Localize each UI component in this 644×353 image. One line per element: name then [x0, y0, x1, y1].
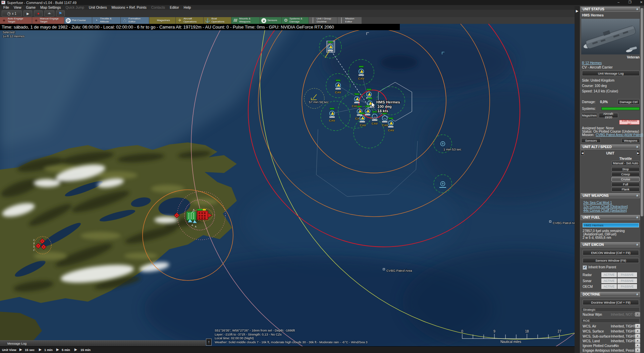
play-button[interactable]: ▶	[23, 10, 32, 16]
menu-unit-orders[interactable]: Unit Orders	[89, 5, 107, 9]
step-arrow-icon[interactable]: ▶	[56, 348, 59, 351]
tactical-map[interactable]: CAV CAV CAV CAV CAV CAV CAV CAV CAV	[0, 24, 575, 346]
unit-symbol-escort[interactable]	[441, 182, 445, 186]
svg-text:14 kts: 14 kts	[377, 109, 388, 113]
unit-symbol-escort[interactable]	[441, 142, 445, 146]
time-compression-button[interactable]: ◷ x 1	[2, 10, 22, 16]
menu-editor[interactable]: Editor	[170, 5, 179, 9]
roe-dropdown[interactable]: ▼	[635, 334, 640, 339]
throttle-creep-button[interactable]: Creep	[611, 172, 640, 176]
unit-message-log-button[interactable]: Unit Message Log	[582, 71, 640, 76]
status-weather: Weather: Solid middle clouds 7 - 16k ft,…	[215, 340, 368, 344]
toolbar-magazines[interactable]: Magazines	[149, 17, 175, 24]
toolbar-sensors[interactable]: ◕Sensors	[260, 17, 281, 24]
throttle-flank-button[interactable]: Flank	[611, 187, 640, 191]
roe-value: Inherited, TIGHT	[611, 324, 636, 328]
toolbar-plot-course[interactable]: ⟳Plot Course	[64, 17, 92, 24]
minimize-button[interactable]: –	[614, 0, 623, 5]
menu-missions-ref-points[interactable]: Missions + Ref. Points	[112, 5, 147, 9]
unit-next-button[interactable]: ►	[636, 150, 640, 156]
toolbar-unit-group-doctrine[interactable]: Unit / Group Doctrine	[309, 17, 337, 24]
toolbar-throttle-altitude[interactable]: ◔Throttle & Altitude	[92, 17, 120, 24]
aircraft-button[interactable]: Aircraft: 15/20	[599, 113, 618, 118]
magazines-button[interactable]: Magazines	[581, 113, 597, 118]
toolbar-manual-engage-target[interactable]: ⌖Manual Engage Target	[32, 17, 64, 24]
step-1min[interactable]: 1 min	[44, 348, 53, 352]
throttle-full-button[interactable]: Full	[611, 182, 640, 186]
emcon-sonar-label: Sonar	[583, 279, 592, 283]
status-position: S51°26'35", W56°27'26" - 16nm from sel -…	[215, 328, 368, 333]
edit-hosted-ac-button[interactable]: Edit hosted AC	[619, 120, 640, 125]
throttle-stop-button[interactable]: Stop	[611, 167, 640, 171]
systems-health-bar	[601, 107, 640, 110]
section-header-unit-status[interactable]: UNIT STATUS»	[581, 7, 640, 12]
sensors-window-button[interactable]: Sensors Window (F9)	[583, 258, 639, 263]
roe-dropdown[interactable]: ▼	[635, 339, 640, 343]
section-header-unit-emcon[interactable]: UNIT EMCON»	[581, 242, 640, 247]
throttle-manual-button[interactable]: Manual - Set Auto	[611, 161, 640, 165]
fuel-endurance: 2 w 5 d, 6565,6 nm	[583, 236, 611, 239]
roe-dropdown[interactable]: ▼	[635, 348, 640, 353]
doctrine-window-button[interactable]: Doctrine Window (Ctrl + F9)	[583, 300, 639, 305]
section-header-unit-fuel[interactable]: UNIT FUEL»	[581, 215, 640, 220]
toolbar-aircraft-operations[interactable]: ✈Aircraft Operations	[176, 17, 203, 24]
section-header-doctrine[interactable]: DOCTRINE»	[581, 292, 640, 297]
menu-view[interactable]: View	[14, 5, 21, 9]
roe-dropdown[interactable]: ▼	[635, 329, 640, 334]
section-header-unit-weapons[interactable]: UNIT WEAPONS»	[581, 193, 640, 198]
record-button[interactable]: ●	[34, 10, 43, 16]
message-log-bar[interactable]: Message Log	[0, 340, 206, 346]
step-arrow-icon[interactable]: ▶	[39, 348, 42, 351]
sidebar-scrollbar-thumb[interactable]	[641, 8, 643, 216]
roe-dropdown[interactable]: ▼	[635, 343, 640, 348]
step-5min[interactable]: 5 min	[62, 348, 70, 352]
radar-passive-button[interactable]: PASSIVE	[618, 272, 637, 277]
menu-help[interactable]: Help	[184, 5, 191, 9]
flag-button[interactable]: ⚑	[56, 10, 65, 16]
step-15min[interactable]: 15 min	[80, 348, 91, 352]
radar-active-button[interactable]: ACTIVE	[601, 272, 617, 277]
oecm-active-button[interactable]: ACTIVE	[601, 284, 617, 289]
step-arrow-icon[interactable]: ▶	[19, 348, 22, 351]
message-log-expand-button[interactable]: ↑	[206, 339, 212, 346]
inherit-parent-checkbox[interactable]: ✓	[583, 265, 587, 270]
sensors-button[interactable]: Sensors	[581, 138, 601, 143]
unit-db-link[interactable]: R 12 Hermes	[582, 61, 602, 65]
sonar-active-button[interactable]: ACTIVE	[601, 278, 617, 283]
sonar-passive-button[interactable]: PASSIVE	[618, 278, 637, 283]
nuclear-dropdown[interactable]: ▼	[635, 312, 640, 317]
sidebar-collapse-button[interactable]: ▶	[575, 8, 579, 14]
damage-ctrl-button[interactable]: Damage Ctrl	[618, 99, 640, 104]
stealth-aircraft-button[interactable]	[44, 10, 54, 16]
view-mode-label[interactable]: Unit View	[2, 348, 16, 352]
weapon-link[interactable]: 12x Corvus Chaff [Distraction]	[583, 205, 628, 209]
boat-label: A	[195, 225, 197, 228]
weapons-button[interactable]: Weapons	[622, 138, 640, 143]
weapon-link[interactable]: 44x Corvus Chaff [Seduction]	[583, 209, 627, 212]
emcon-window-button[interactable]: EMCON Window (Ctrl + F9)	[583, 250, 639, 255]
close-button[interactable]: ✕	[637, 0, 644, 5]
app-icon	[1, 1, 5, 4]
throttle-cruise-button[interactable]: Cruise	[611, 177, 640, 181]
toolbar-systems-damage[interactable]: ⚙Systems & Damage	[282, 17, 309, 24]
svg-text:100 deg: 100 deg	[377, 104, 392, 108]
menu-map-settings[interactable]: Map Settings	[40, 5, 61, 9]
toolbar-auto-engage-target[interactable]: ⌖Auto Engage Target	[0, 17, 32, 24]
toolbar-formation-editor[interactable]: ∴Formation Editor	[121, 17, 149, 24]
menu-game[interactable]: Game	[26, 5, 36, 9]
toolbar-mission-editor[interactable]: Mission Editor	[337, 17, 362, 24]
section-header-alt-speed[interactable]: UNIT ALT / SPEED»	[581, 144, 640, 149]
toolbar-mounts-weapons[interactable]: ///Mounts & Weapons	[231, 17, 260, 24]
toolbar-boat-operations[interactable]: ⚓Boat Operations	[204, 17, 231, 24]
step-15sec[interactable]: 15 sec	[25, 348, 35, 352]
time-status-bar: Time: sábado, 1 de mayo de 1982 - Zulu: …	[0, 24, 400, 30]
mission-link[interactable]: CVBG Patrol Area (ASW Patrol)	[596, 133, 643, 137]
step-arrow-icon[interactable]: ▶	[74, 348, 77, 351]
roe-dropdown[interactable]: ▼	[635, 324, 640, 328]
maximize-button[interactable]: ❐	[625, 0, 635, 5]
boat-icon: ⚓	[205, 18, 210, 23]
oecm-passive-button[interactable]: PASSIVE	[618, 284, 637, 289]
menu-file[interactable]: File	[3, 5, 9, 9]
weapon-link[interactable]: 24x Sea Cat Mod 1	[583, 201, 612, 205]
fuel-selected-unit[interactable]: HMS Hermes	[583, 223, 639, 227]
